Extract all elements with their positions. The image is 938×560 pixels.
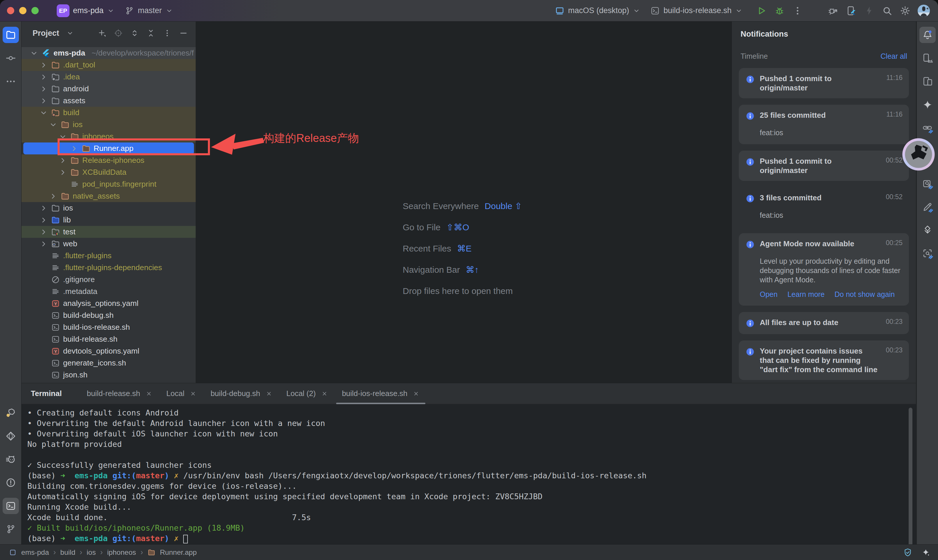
tree-item-dart-tool[interactable]: .dart_tool	[22, 59, 196, 71]
version-control-tool-button[interactable]	[3, 521, 19, 537]
tree-item-idea[interactable]: .idea	[22, 71, 196, 83]
panel-options-button[interactable]	[163, 29, 172, 38]
tree-item-build-ios-release-sh[interactable]: build-ios-release.sh	[22, 321, 196, 333]
branch-widget[interactable]: master	[125, 6, 173, 16]
deep-links-button[interactable]	[920, 120, 936, 136]
tree-item-test[interactable]: test	[22, 226, 196, 238]
tree-item-devtools-options-yaml[interactable]: Ydevtools_options.yaml	[22, 345, 196, 357]
flutter-outline-button[interactable]	[920, 199, 936, 215]
tree-item-json-watch-sh[interactable]: json_watch.sh	[22, 381, 196, 383]
tree-item-pod-inputs-fingerprint[interactable]: pod_inputs.fingerprint	[22, 178, 196, 190]
close-icon[interactable]	[189, 390, 197, 397]
device-selector[interactable]: macOS (desktop)	[555, 6, 640, 16]
close-icon[interactable]	[145, 390, 152, 397]
notification-item[interactable]: 3 files committed00:52feat:ios	[739, 187, 909, 227]
close-window-button[interactable]	[7, 7, 14, 14]
chevron-right-icon[interactable]	[58, 168, 68, 177]
notification-item[interactable]: 25 files committed11:16feat:ios	[739, 105, 909, 144]
flutter-property-editor-button[interactable]	[920, 175, 936, 192]
tree-item-xcbuilddata[interactable]: XCBuildData	[22, 166, 196, 178]
commit-tool-button[interactable]	[3, 50, 19, 66]
collapse-all-button[interactable]	[146, 29, 155, 38]
terminal-tab-build-ios-release-sh[interactable]: build-ios-release.sh	[335, 383, 426, 404]
project-widget[interactable]: EP ems-pda	[57, 5, 115, 17]
tree-item-json-sh[interactable]: json.sh	[22, 369, 196, 381]
user-avatar[interactable]	[917, 4, 930, 17]
chevron-right-icon[interactable]	[39, 228, 49, 236]
dart-analysis-tool-button[interactable]	[3, 428, 19, 444]
tree-item-flutter-plugins-dependencies[interactable]: .flutter-plugins-dependencies	[22, 262, 196, 274]
notification-link-learn-more[interactable]: Learn more	[787, 290, 824, 298]
zoom-window-button[interactable]	[31, 7, 38, 14]
chevron-right-icon[interactable]	[39, 61, 49, 69]
tree-item-build[interactable]: build	[22, 107, 196, 118]
terminal-tab-local-2[interactable]: Local (2)	[280, 383, 335, 404]
breadcrumb-item-runner-app[interactable]: Runner.app	[160, 548, 197, 557]
tree-item-native-assets[interactable]: native_assets	[22, 190, 196, 202]
terminal-tab-build-debug-sh[interactable]: build-debug.sh	[203, 383, 280, 404]
device-manager-button[interactable]	[920, 50, 936, 66]
ai-sparkle-icon[interactable]	[921, 548, 930, 557]
chevron-down-icon[interactable]	[49, 120, 58, 129]
app-insights-button[interactable]	[920, 222, 936, 238]
tree-item-gitignore[interactable]: .gitignore	[22, 274, 196, 286]
tree-item-analysis-options-yaml[interactable]: Yanalysis_options.yaml	[22, 297, 196, 309]
expand-all-button[interactable]	[130, 29, 139, 38]
debug-button[interactable]	[772, 3, 787, 18]
chevron-down-icon[interactable]	[66, 29, 74, 37]
breadcrumb-item-ios[interactable]: ios	[87, 548, 96, 557]
chevron-down-icon[interactable]	[30, 49, 39, 58]
tree-item-metadata[interactable]: .metadata	[22, 286, 196, 297]
chevron-right-icon[interactable]	[39, 204, 49, 212]
chevron-down-icon[interactable]	[39, 108, 49, 117]
breadcrumb-item-iphoneos[interactable]: iphoneos	[107, 548, 136, 557]
clear-all-link[interactable]: Clear all	[880, 52, 907, 60]
breadcrumb-item-build[interactable]: build	[60, 548, 75, 557]
problems-tool-button[interactable]	[3, 474, 19, 491]
search-everywhere-button[interactable]	[880, 3, 895, 18]
notifications-bell-button[interactable]	[920, 27, 936, 43]
close-icon[interactable]	[321, 390, 328, 397]
notification-item[interactable]: Pushed 1 commit to origin/master11:16	[739, 68, 909, 98]
chevron-right-icon[interactable]	[39, 73, 49, 82]
project-tool-button[interactable]	[3, 27, 19, 43]
run-configuration-selector[interactable]: build-ios-release.sh	[650, 6, 743, 16]
terminal-tab-build-release-sh[interactable]: build-release.sh	[80, 383, 159, 404]
breadcrumb-item-ems-pda[interactable]: ems-pda	[21, 548, 49, 557]
notification-item[interactable]: Pushed 1 commit to origin/master00:52	[739, 151, 909, 181]
chevron-right-icon[interactable]	[39, 240, 49, 248]
close-icon[interactable]	[266, 390, 272, 397]
running-devices-button[interactable]	[920, 73, 936, 89]
terminal-scrollbar[interactable]	[909, 408, 912, 553]
flutter-attach-debugger-button[interactable]	[826, 3, 841, 18]
tree-item-assets[interactable]: assets	[22, 95, 196, 107]
gemini-button[interactable]	[920, 97, 936, 113]
close-icon[interactable]	[413, 390, 420, 397]
notification-link-do-not-show-again[interactable]: Do not show again	[835, 290, 895, 298]
logcat-tool-button[interactable]	[3, 451, 19, 468]
tree-item-flutter-plugins[interactable]: .flutter-plugins	[22, 250, 196, 262]
flutter-inspector-button[interactable]	[920, 245, 936, 262]
tree-item-ems-pda[interactable]: ems-pda~/develop/workspace/triones/f	[22, 47, 196, 59]
flutter-device-button[interactable]	[844, 3, 859, 18]
terminal-tab-local[interactable]: Local	[159, 383, 203, 404]
tree-item-build-debug-sh[interactable]: build-debug.sh	[22, 309, 196, 321]
chevron-right-icon[interactable]	[39, 216, 49, 225]
tree-item-ios[interactable]: ios	[22, 118, 196, 131]
add-button[interactable]	[97, 29, 107, 38]
tree-item-build-release-sh[interactable]: build-release.sh	[22, 333, 196, 345]
chevron-right-icon[interactable]	[39, 85, 49, 93]
notification-link-open[interactable]: Open	[760, 290, 778, 298]
build-tool-button[interactable]	[3, 405, 19, 421]
notification-item[interactable]: All files are up to date00:23	[739, 312, 909, 334]
chevron-right-icon[interactable]	[39, 97, 49, 105]
tree-item-lib[interactable]: lib	[22, 214, 196, 226]
more-tool-windows-button[interactable]	[3, 73, 19, 89]
tree-item-web[interactable]: web	[22, 238, 196, 250]
run-button[interactable]	[754, 3, 769, 18]
chevron-right-icon[interactable]	[49, 192, 58, 201]
hide-panel-button[interactable]	[179, 29, 188, 38]
notification-item[interactable]: Agent Mode now available00:25Level up yo…	[739, 233, 909, 306]
chevron-right-icon[interactable]	[58, 156, 68, 165]
tree-item-android[interactable]: android	[22, 83, 196, 95]
